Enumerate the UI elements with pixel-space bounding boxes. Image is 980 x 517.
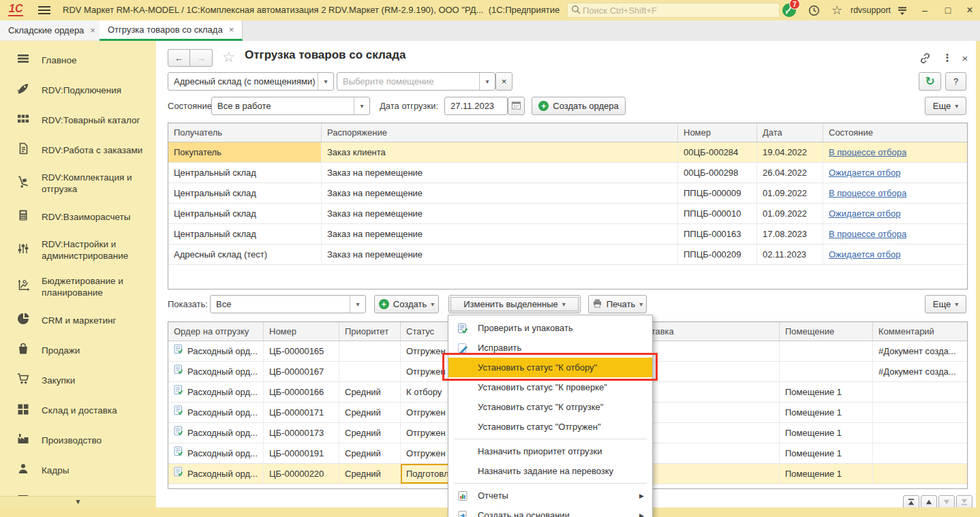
room-combo[interactable]: ▾ [337, 72, 495, 91]
chevron-down-icon[interactable]: ▾ [350, 296, 365, 313]
sidebar-item-production[interactable]: Производство [0, 425, 156, 455]
create-orders-button[interactable]: + Создать ордера [532, 97, 626, 115]
state-link[interactable]: В процессе отбора [829, 225, 906, 244]
global-search[interactable] [567, 3, 780, 18]
menu-item-reports[interactable]: Отчеты ▶ [448, 486, 652, 505]
sidebar-expand-button[interactable]: ▼ [0, 496, 156, 507]
warehouse-combo[interactable]: Адресный склад (с помещениями) ▾ [168, 72, 334, 91]
tab-close-icon[interactable]: × [90, 25, 95, 35]
more-dots-icon[interactable]: ⋮ [940, 51, 955, 65]
tab-bar: Складские ордера × Отгрузка товаров со с… [0, 20, 980, 42]
state-link[interactable]: Ожидается отбор [829, 245, 900, 264]
sidebar-item-rdv-picking-shipping[interactable]: RDV:Комплектация и отгрузка [0, 165, 156, 202]
scroll-up-button[interactable] [921, 495, 937, 509]
tab-shipment[interactable]: Отгрузка товаров со склада × [99, 20, 243, 41]
state-link[interactable]: Ожидается отбор [829, 163, 900, 183]
menu-item-check-and-pack[interactable]: Проверить и упаковать [448, 318, 652, 338]
sidebar-item-rdv-settings-admin[interactable]: RDV:Настройки и администрирование [0, 232, 156, 268]
sidebar-item-rdv-settlements[interactable]: RDV:Взаиморасчеты [0, 202, 156, 232]
chevron-down-icon: ▾ [639, 300, 643, 308]
sidebar-item-main[interactable]: Главное [0, 45, 156, 75]
room-input[interactable] [343, 73, 474, 90]
clear-room-button[interactable]: × [495, 72, 512, 91]
refresh-icon: ↻ [925, 74, 934, 89]
shipment-form: ← → ☆ Отгрузка товаров со склада ⋮ × Адр… [156, 41, 976, 507]
show-filter-combo[interactable]: Все ▾ [210, 295, 366, 313]
menu-item-assign-priority[interactable]: Назначить приоритет отгрузки [448, 441, 652, 461]
main-menu-icon[interactable] [38, 6, 50, 14]
scroll-to-top-button[interactable] [903, 495, 919, 509]
warehouse-boxes-icon [16, 402, 30, 418]
support-notifications-icon[interactable]: 7 [781, 2, 797, 18]
get-link-icon[interactable] [917, 51, 932, 65]
close-icon: × [502, 76, 507, 87]
ship-date-field[interactable] [444, 97, 508, 115]
refresh-button[interactable]: ↻ [919, 72, 941, 91]
sidebar-item-purchasing[interactable]: Закупки [0, 365, 156, 395]
state-link[interactable]: В процессе отбора [829, 143, 906, 162]
menu-item-set-status-to-ship[interactable]: Установить статус "К отгрузке" [448, 397, 652, 417]
print-button[interactable]: Печать▾ [588, 295, 647, 313]
table-row[interactable]: Центральный склад Заказ на перемещение П… [168, 204, 967, 224]
sidebar-item-warehouse-delivery[interactable]: Склад и доставка [0, 395, 156, 425]
more-button-bottom[interactable]: Еще▾ [925, 295, 966, 313]
table-row[interactable]: Адресный склад (тест) Заказ на перемещен… [168, 245, 967, 265]
favorites-star-icon[interactable]: ☆ [829, 2, 845, 18]
menu-item-fix[interactable]: Исправить [448, 338, 652, 358]
menu-item-set-status-shipped[interactable]: Установить статус "Отгружен" [448, 417, 652, 437]
back-button[interactable]: ← [168, 49, 190, 67]
table-row[interactable]: Покупатель Заказ клиента 00ЦБ-000284 19.… [168, 142, 967, 163]
create-button[interactable]: + Создать▾ [374, 295, 439, 313]
chevron-down-icon: ▾ [431, 300, 434, 308]
chevron-down-icon[interactable]: ▾ [318, 73, 333, 90]
catalog-grid-icon [16, 112, 30, 128]
menu-item-assign-transport-task[interactable]: Назначить задание на перевозку [448, 461, 652, 481]
state-combo[interactable]: Все в работе ▾ [211, 97, 370, 115]
menu-item-create-based-on[interactable]: Создать на основании ▶ [448, 505, 652, 517]
more-button-top[interactable]: Еще▾ [925, 97, 966, 115]
close-window-button[interactable]: × [961, 3, 979, 17]
calendar-icon [511, 100, 521, 112]
maximize-button[interactable]: □ [939, 3, 957, 17]
minimize-button[interactable]: – [916, 3, 934, 17]
change-selected-button[interactable]: Изменить выделенные▾ [448, 295, 581, 313]
ship-date-label: Дата отгрузки: [380, 101, 438, 111]
ship-date-input[interactable] [450, 97, 502, 114]
titlebar: 1С RDV Маркет RM-KA-MODEL / 1С:Комплексн… [0, 0, 980, 20]
close-form-icon[interactable]: × [958, 51, 973, 65]
sidebar-item-crm[interactable]: CRM и маркетинг [0, 305, 156, 335]
sidebar-item-rdv-connections[interactable]: RDV:Подключения [0, 75, 156, 105]
state-link[interactable]: Ожидается отбор [829, 204, 900, 223]
sidebar-item-rdv-orders[interactable]: RDV:Работа с заказами [0, 135, 156, 165]
tab-warehouse-orders[interactable]: Складские ордера × [0, 20, 104, 40]
sidebar-item-budgeting[interactable]: Бюджетирование и планирование [0, 268, 156, 305]
handtruck-icon [16, 175, 30, 191]
sidebar-item-sales[interactable]: Продажи [0, 335, 156, 365]
tab-close-icon[interactable]: × [229, 25, 234, 35]
change-selected-menu: Проверить и упаковать Исправить Установи… [448, 315, 653, 517]
sections-sidebar: Главное RDV:Подключения RDV:Товарный кат… [0, 41, 157, 507]
orders-table: Получатель Распоряжение Номер Дата Состо… [168, 123, 968, 289]
menu-item-set-status-to-check[interactable]: Установить статус "К проверке" [448, 377, 652, 397]
menu-item-set-status-to-pick[interactable]: Установить статус "К отбору" [448, 358, 652, 377]
chevron-down-icon: ▼ [75, 498, 82, 505]
table-row[interactable]: Центральный склад Заказ на перемещение П… [168, 183, 967, 204]
sidebar-item-hr[interactable]: Кадры [0, 455, 156, 485]
chevron-down-icon: ▾ [562, 300, 566, 308]
help-button[interactable]: ? [945, 72, 966, 91]
service-menu-icon[interactable] [894, 2, 910, 18]
table-row[interactable]: Центральный склад Заказ на перемещение П… [168, 224, 967, 245]
scroll-to-bottom-button[interactable] [956, 495, 973, 509]
table-row[interactable]: Центральный склад Заказ на перемещение 0… [168, 163, 967, 183]
forward-button[interactable]: → [190, 49, 213, 67]
search-input[interactable] [581, 5, 761, 16]
sidebar-item-rdv-catalog[interactable]: RDV:Товарный каталог [0, 105, 156, 135]
calendar-button[interactable] [508, 97, 525, 115]
favorite-star-icon[interactable]: ☆ [222, 49, 235, 65]
scroll-down-button[interactable] [938, 495, 955, 509]
chevron-down-icon[interactable]: ▾ [354, 97, 369, 114]
state-link[interactable]: В процессе отбора [829, 184, 906, 203]
history-icon[interactable] [806, 2, 822, 18]
current-user[interactable]: rdvsupport [851, 5, 891, 15]
chevron-down-icon[interactable]: ▾ [479, 73, 495, 90]
